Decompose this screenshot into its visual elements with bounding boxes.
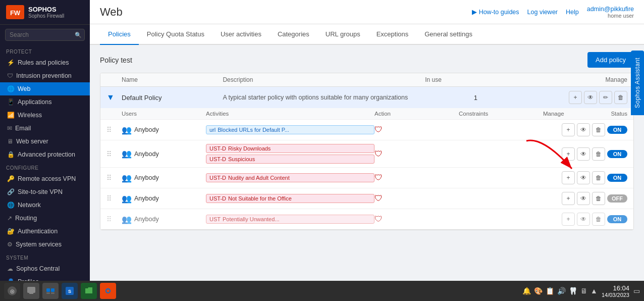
user-cell: 👥 Anybody [122, 149, 206, 159]
rule-delete-button[interactable]: 🗑 [592, 192, 605, 205]
taskbar-app-3[interactable] [42, 283, 59, 299]
drag-handle[interactable]: ⠿ [106, 174, 122, 182]
rule-toggle-on[interactable]: ON [607, 174, 627, 182]
sophos-assistant-button[interactable]: Sophos Assistant [631, 51, 644, 115]
network-icon: 🌐 [7, 202, 15, 209]
drag-handle[interactable]: ⠿ [106, 150, 122, 158]
sidebar-item-wireless[interactable]: 📶Wireless [0, 109, 90, 122]
block-shield-icon: 🛡 [374, 173, 383, 182]
svg-rect-5 [27, 287, 35, 293]
volume-icon[interactable]: 🔊 [557, 287, 566, 295]
taskbar-right: 🔔 🎨 📋 🔊 🦷 🖥 ▲ 16:04 14/03/2023 ▭ [522, 284, 640, 298]
tab-general-settings[interactable]: General settings [416, 24, 480, 45]
policy-row: ▼ Default Policy A typical starter polic… [100, 87, 633, 230]
rule-add-button[interactable]: + [562, 192, 575, 205]
rule-toggle-on[interactable]: ON [607, 150, 627, 158]
rule-view-button[interactable]: 👁 [577, 192, 590, 205]
sub-manage-cell: + 👁 🗑 ON [543, 147, 627, 161]
policy-row-header: ▼ Default Policy A typical starter polic… [100, 87, 633, 108]
rule-view-button[interactable]: 👁 [577, 123, 590, 136]
rule-toggle-on[interactable]: ON [607, 215, 627, 223]
display-icon[interactable]: 🖥 [580, 287, 587, 295]
policy-collapse-toggle[interactable]: ▼ [106, 93, 122, 102]
taskbar-app-files[interactable] [81, 283, 97, 299]
sidebar-item-web-server[interactable]: 🖥Web server [0, 135, 90, 148]
svg-rect-8 [51, 288, 55, 292]
user-label: Anybody [134, 126, 159, 133]
taskbar-app-4[interactable]: S [62, 283, 78, 299]
rule-delete-button[interactable]: 🗑 [592, 123, 605, 136]
sidebar-item-authentication[interactable]: 🔐Authentication [0, 225, 90, 238]
sidebar-item-web[interactable]: 🌐Web [0, 82, 90, 95]
sidebar-item-system-services[interactable]: ⚙System services [0, 238, 90, 251]
clipboard-icon[interactable]: 📋 [546, 287, 554, 295]
sidebar-item-applications[interactable]: 📱Applications [0, 95, 90, 109]
drag-handle[interactable]: ⠿ [106, 194, 122, 203]
rule-delete-button[interactable]: 🗑 [592, 171, 605, 184]
activity-badge-ust-pup: UST Potentially Unwanted... [206, 215, 374, 224]
taskbar-app-2[interactable] [23, 283, 39, 299]
rule-add-button[interactable]: + [562, 147, 575, 161]
block-shield-icon: 🛡 [374, 194, 383, 203]
sidebar-item-rules-policies[interactable]: ⚡Rules and policies [0, 56, 90, 69]
admin-name[interactable]: admin@pikkufire [587, 6, 634, 13]
rule-delete-button[interactable]: 🗑 [592, 147, 605, 161]
policy-edit-button[interactable]: ✏ [599, 91, 612, 104]
section-configure-label: CONFIGURE [0, 161, 90, 172]
help-link[interactable]: Help [566, 9, 579, 16]
sidebar-item-advanced-protection[interactable]: 🔒Advanced protection [0, 148, 90, 161]
sidebar-item-email[interactable]: ✉Email [0, 122, 90, 135]
rule-view-button[interactable]: 👁 [577, 171, 590, 184]
drag-handle[interactable]: ⠿ [106, 215, 122, 223]
show-desktop-icon[interactable]: ▭ [633, 287, 640, 295]
sidebar-item-sophos-central[interactable]: ☁Sophos Central [0, 262, 90, 275]
table-row: ⠿ 👥 Anybody UST-D Not Suitable for the O… [100, 188, 633, 209]
rule-add-button[interactable]: + [562, 213, 575, 226]
sidebar-item-network[interactable]: 🌐Network [0, 198, 90, 212]
notifications-icon[interactable]: 🔔 [522, 287, 531, 295]
tab-exceptions[interactable]: Exceptions [368, 24, 417, 45]
taskbar-left: ◎ S [4, 283, 116, 299]
rule-view-button[interactable]: 👁 [577, 147, 590, 161]
activity-badge-url: url Blocked URLs for Default P... [206, 125, 374, 134]
user-label: Anybody [134, 174, 159, 181]
taskbar-app-firefox[interactable] [100, 283, 116, 299]
sub-th-users: Users [122, 111, 206, 117]
users-icon: 👥 [122, 125, 132, 135]
rule-add-button[interactable]: + [562, 171, 575, 184]
search-input[interactable] [5, 29, 85, 41]
rule-add-button[interactable]: + [562, 123, 575, 136]
th-description: Description [223, 76, 425, 83]
drag-handle[interactable]: ⠿ [106, 126, 122, 134]
bluetooth-icon[interactable]: 🦷 [569, 287, 577, 295]
policy-delete-button[interactable]: 🗑 [614, 91, 627, 104]
tab-policy-quota-status[interactable]: Policy Quota Status [139, 24, 212, 45]
rule-toggle-on[interactable]: ON [607, 126, 627, 134]
sidebar-item-site-to-site-vpn[interactable]: 🔗Site-to-site VPN [0, 185, 90, 198]
add-policy-button[interactable]: Add policy [587, 52, 634, 68]
policy-add-button[interactable]: + [569, 91, 582, 104]
sidebar-item-intrusion-prevention[interactable]: 🛡Intrusion prevention [0, 69, 90, 82]
policy-view-button[interactable]: 👁 [584, 91, 597, 104]
log-viewer-link[interactable]: Log viewer [527, 9, 558, 16]
th-in-use: In use [425, 76, 526, 83]
color-icon[interactable]: 🎨 [534, 287, 543, 295]
vpn-icon: 🔑 [7, 175, 15, 182]
taskbar-app-start[interactable]: ◎ [4, 283, 20, 299]
svg-text:FW: FW [10, 9, 21, 17]
rule-delete-button[interactable]: 🗑 [592, 213, 605, 226]
chevron-up-icon[interactable]: ▲ [591, 287, 598, 295]
sidebar-item-remote-access-vpn[interactable]: 🔑Remote access VPN [0, 172, 90, 185]
rule-toggle-off[interactable]: OFF [607, 194, 627, 203]
how-to-guides-link[interactable]: ▶ How-to guides [472, 8, 519, 16]
th-manage: Manage [526, 76, 627, 83]
advanced-icon: 🔒 [7, 151, 15, 158]
tab-categories[interactable]: Categories [270, 24, 317, 45]
tab-user-activities[interactable]: User activities [212, 24, 270, 45]
tab-url-groups[interactable]: URL groups [317, 24, 368, 45]
sidebar-item-routing[interactable]: ↗Routing [0, 212, 90, 225]
email-icon: ✉ [7, 125, 12, 132]
tab-policies[interactable]: Policies [100, 24, 139, 45]
rule-view-button[interactable]: 👁 [577, 213, 590, 226]
ust-label: Potentially Unwanted... [223, 216, 280, 222]
